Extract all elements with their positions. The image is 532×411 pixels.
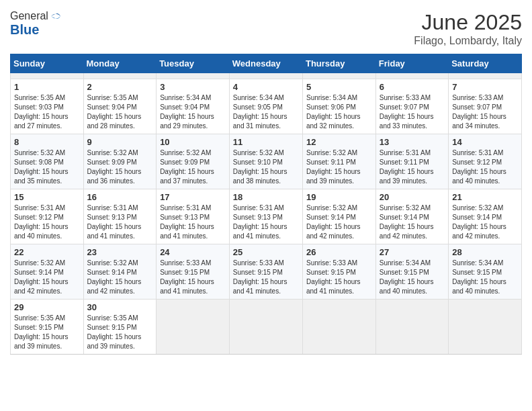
table-cell: 28Sunrise: 5:34 AM Sunset: 9:15 PM Dayli… [449,244,522,300]
day-info: Sunrise: 5:34 AM Sunset: 9:05 PM Dayligh… [233,93,299,131]
day-info: Sunrise: 5:35 AM Sunset: 9:04 PM Dayligh… [87,93,153,131]
table-cell: 6Sunrise: 5:33 AM Sunset: 9:07 PM Daylig… [375,79,448,134]
calendar-header-row: Sunday Monday Tuesday Wednesday Thursday… [11,54,522,73]
col-sunday: Sunday [11,54,84,73]
day-number: 30 [87,302,153,312]
day-info: Sunrise: 5:34 AM Sunset: 9:15 PM Dayligh… [380,259,445,296]
table-cell: 3Sunrise: 5:34 AM Sunset: 9:04 PM Daylig… [157,79,230,134]
day-info: Sunrise: 5:32 AM Sunset: 9:14 PM Dayligh… [87,259,153,296]
day-number: 25 [233,247,299,257]
day-info: Sunrise: 5:31 AM Sunset: 9:12 PM Dayligh… [14,203,80,241]
day-info: Sunrise: 5:32 AM Sunset: 9:14 PM Dayligh… [306,203,372,241]
col-thursday: Thursday [302,54,375,73]
table-cell: 2Sunrise: 5:35 AM Sunset: 9:04 PM Daylig… [83,79,157,134]
logo: General Blue [10,10,62,38]
table-cell: 15Sunrise: 5:31 AM Sunset: 9:12 PM Dayli… [11,189,84,244]
table-cell [449,73,522,79]
table-cell: 20Sunrise: 5:32 AM Sunset: 9:14 PM Dayli… [375,189,448,244]
calendar-week-4: 15Sunrise: 5:31 AM Sunset: 9:12 PM Dayli… [11,189,522,244]
table-cell: 27Sunrise: 5:34 AM Sunset: 9:15 PM Dayli… [375,244,448,300]
day-info: Sunrise: 5:32 AM Sunset: 9:14 PM Dayligh… [452,203,518,241]
day-number: 16 [87,192,153,202]
day-info: Sunrise: 5:35 AM Sunset: 9:15 PM Dayligh… [14,314,80,351]
day-info: Sunrise: 5:33 AM Sunset: 9:15 PM Dayligh… [160,259,226,296]
day-info: Sunrise: 5:32 AM Sunset: 9:09 PM Dayligh… [87,148,153,186]
day-number: 10 [160,137,226,147]
day-info: Sunrise: 5:34 AM Sunset: 9:15 PM Dayligh… [452,259,518,296]
table-cell: 7Sunrise: 5:33 AM Sunset: 9:07 PM Daylig… [449,79,522,134]
day-info: Sunrise: 5:34 AM Sunset: 9:06 PM Dayligh… [306,93,372,131]
day-info: Sunrise: 5:32 AM Sunset: 9:10 PM Dayligh… [233,148,299,186]
logo-general-text: General [10,10,48,22]
day-info: Sunrise: 5:31 AM Sunset: 9:13 PM Dayligh… [87,203,153,241]
calendar-week-3: 8Sunrise: 5:32 AM Sunset: 9:08 PM Daylig… [11,134,522,189]
col-friday: Friday [375,54,448,73]
day-info: Sunrise: 5:31 AM Sunset: 9:13 PM Dayligh… [160,203,226,241]
day-number: 11 [233,137,299,147]
day-number: 19 [306,192,372,202]
table-cell: 25Sunrise: 5:33 AM Sunset: 9:15 PM Dayli… [229,244,302,300]
day-number: 7 [452,82,518,92]
day-info: Sunrise: 5:32 AM Sunset: 9:08 PM Dayligh… [14,148,80,186]
calendar-week-5: 22Sunrise: 5:32 AM Sunset: 9:14 PM Dayli… [11,244,522,300]
calendar-week-6: 29Sunrise: 5:35 AM Sunset: 9:15 PM Dayli… [11,300,522,355]
day-number: 27 [380,247,445,257]
table-cell: 9Sunrise: 5:32 AM Sunset: 9:09 PM Daylig… [83,134,157,189]
table-cell [157,300,230,355]
calendar-table: Sunday Monday Tuesday Wednesday Thursday… [10,54,522,355]
table-cell: 10Sunrise: 5:32 AM Sunset: 9:09 PM Dayli… [157,134,230,189]
table-cell: 30Sunrise: 5:35 AM Sunset: 9:15 PM Dayli… [83,300,157,355]
table-cell: 24Sunrise: 5:33 AM Sunset: 9:15 PM Dayli… [157,244,230,300]
calendar-week-1 [11,73,522,79]
day-info: Sunrise: 5:34 AM Sunset: 9:04 PM Dayligh… [160,93,226,131]
table-cell [11,73,84,79]
day-number: 6 [380,82,445,92]
table-cell [375,300,448,355]
table-cell: 16Sunrise: 5:31 AM Sunset: 9:13 PM Dayli… [83,189,157,244]
day-number: 8 [14,137,80,147]
day-info: Sunrise: 5:33 AM Sunset: 9:07 PM Dayligh… [380,93,445,131]
table-cell: 26Sunrise: 5:33 AM Sunset: 9:15 PM Dayli… [302,244,375,300]
day-number: 29 [14,302,80,312]
day-info: Sunrise: 5:32 AM Sunset: 9:14 PM Dayligh… [14,259,80,296]
day-number: 21 [452,192,518,202]
day-number: 26 [306,247,372,257]
table-cell [449,300,522,355]
table-cell: 23Sunrise: 5:32 AM Sunset: 9:14 PM Dayli… [83,244,157,300]
calendar-week-2: 1Sunrise: 5:35 AM Sunset: 9:03 PM Daylig… [11,79,522,134]
table-cell [83,73,157,79]
day-info: Sunrise: 5:33 AM Sunset: 9:15 PM Dayligh… [306,259,372,296]
subtitle: Filago, Lombardy, Italy [414,35,522,47]
logo-icon [50,10,62,22]
table-cell [302,73,375,79]
table-cell: 19Sunrise: 5:32 AM Sunset: 9:14 PM Dayli… [302,189,375,244]
day-info: Sunrise: 5:31 AM Sunset: 9:11 PM Dayligh… [380,148,445,186]
table-cell [375,73,448,79]
col-monday: Monday [83,54,157,73]
day-number: 13 [380,137,445,147]
table-cell [157,73,230,79]
table-cell: 17Sunrise: 5:31 AM Sunset: 9:13 PM Dayli… [157,189,230,244]
table-cell [229,73,302,79]
day-number: 12 [306,137,372,147]
table-cell: 13Sunrise: 5:31 AM Sunset: 9:11 PM Dayli… [375,134,448,189]
day-info: Sunrise: 5:35 AM Sunset: 9:03 PM Dayligh… [14,93,80,131]
day-number: 15 [14,192,80,202]
day-number: 22 [14,247,80,257]
table-cell: 22Sunrise: 5:32 AM Sunset: 9:14 PM Dayli… [11,244,84,300]
day-number: 18 [233,192,299,202]
table-cell [229,300,302,355]
table-cell: 12Sunrise: 5:32 AM Sunset: 9:11 PM Dayli… [302,134,375,189]
table-cell: 1Sunrise: 5:35 AM Sunset: 9:03 PM Daylig… [11,79,84,134]
col-tuesday: Tuesday [157,54,230,73]
day-number: 28 [452,247,518,257]
day-number: 3 [160,82,226,92]
day-number: 23 [87,247,153,257]
day-number: 20 [380,192,445,202]
day-info: Sunrise: 5:33 AM Sunset: 9:15 PM Dayligh… [233,259,299,296]
day-number: 5 [306,82,372,92]
title-area: June 2025 Filago, Lombardy, Italy [414,10,522,47]
day-number: 9 [87,137,153,147]
table-cell: 21Sunrise: 5:32 AM Sunset: 9:14 PM Dayli… [449,189,522,244]
day-info: Sunrise: 5:31 AM Sunset: 9:12 PM Dayligh… [452,148,518,186]
